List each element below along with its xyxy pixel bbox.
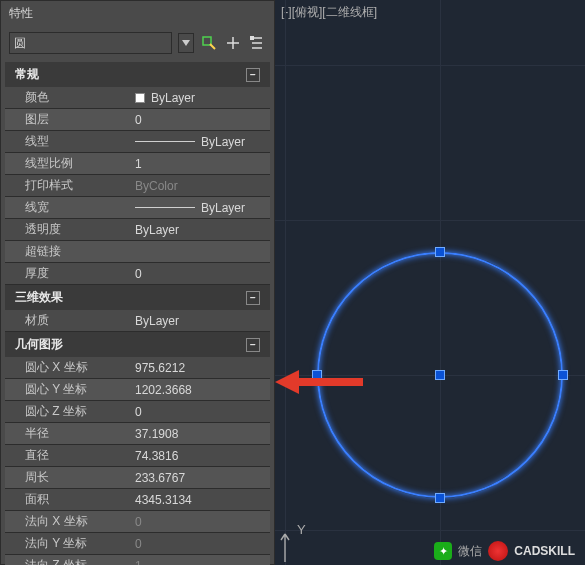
grip-left[interactable] — [312, 370, 322, 380]
svg-rect-1 — [250, 36, 254, 40]
wechat-icon: ✦ — [434, 542, 452, 560]
prop-label: 法向 Y 坐标 — [5, 535, 135, 552]
prop-label: 圆心 X 坐标 — [5, 359, 135, 376]
grip-top[interactable] — [435, 247, 445, 257]
radius-value[interactable]: 37.1908 — [135, 427, 270, 441]
prop-label: 圆心 Y 坐标 — [5, 381, 135, 398]
drawing-viewport[interactable]: [-][俯视][二维线框] Y ✦ 微信 CADSKILL — [275, 0, 585, 565]
material-value[interactable]: ByLayer — [135, 314, 270, 328]
area-value[interactable]: 4345.3134 — [135, 493, 270, 507]
chevron-down-icon — [182, 40, 190, 46]
grip-center[interactable] — [435, 370, 445, 380]
line-preview-icon — [135, 207, 195, 208]
center-y-value[interactable]: 1202.3668 — [135, 383, 270, 397]
layer-value[interactable]: 0 — [135, 113, 270, 127]
ltscale-value[interactable]: 1 — [135, 157, 270, 171]
grip-right[interactable] — [558, 370, 568, 380]
prop-label: 图层 — [5, 111, 135, 128]
grid-line — [275, 530, 585, 531]
prop-label: 圆心 Z 坐标 — [5, 403, 135, 420]
normal-x-value: 0 — [135, 515, 270, 529]
svg-rect-0 — [203, 37, 211, 45]
prop-label: 法向 Z 坐标 — [5, 557, 135, 565]
section-header-general[interactable]: 常规 − — [5, 62, 270, 87]
panel-toolbar: 圆 — [1, 26, 274, 62]
section-header-3d[interactable]: 三维效果 − — [5, 285, 270, 310]
panel-title: 特性 — [1, 1, 274, 26]
center-x-value[interactable]: 975.6212 — [135, 361, 270, 375]
prop-label: 面积 — [5, 491, 135, 508]
transparency-value[interactable]: ByLayer — [135, 223, 270, 237]
thickness-value[interactable]: 0 — [135, 267, 270, 281]
linetype-value[interactable]: ByLayer — [135, 135, 270, 149]
color-value[interactable]: ByLayer — [135, 91, 270, 105]
prop-label: 半径 — [5, 425, 135, 442]
prop-label: 厚度 — [5, 265, 135, 282]
section-header-geometry[interactable]: 几何图形 − — [5, 332, 270, 357]
brand-logo-icon — [488, 541, 508, 561]
watermark: ✦ 微信 CADSKILL — [434, 541, 575, 561]
section-general: 常规 − 颜色ByLayer 图层0 线型ByLayer 线型比例1 打印样式B… — [5, 62, 270, 285]
select-objects-icon[interactable] — [224, 34, 242, 52]
pickboard-icon[interactable] — [248, 34, 266, 52]
grid-line — [275, 220, 585, 221]
collapse-icon[interactable]: − — [246, 338, 260, 352]
circumference-value[interactable]: 233.6767 — [135, 471, 270, 485]
properties-panel: 特性 圆 常规 − 颜色ByLayer 图层0 线型ByLayer 线型比例1 … — [0, 0, 275, 565]
quick-select-icon[interactable] — [200, 34, 218, 52]
prop-label: 线型比例 — [5, 155, 135, 172]
grid-line — [285, 0, 286, 565]
section-3d-visual: 三维效果 − 材质ByLayer — [5, 285, 270, 332]
prop-label: 线宽 — [5, 199, 135, 216]
watermark-prefix: 微信 — [458, 543, 482, 560]
section-geometry: 几何图形 − 圆心 X 坐标975.6212 圆心 Y 坐标1202.3668 … — [5, 332, 270, 565]
normal-y-value: 0 — [135, 537, 270, 551]
prop-label: 打印样式 — [5, 177, 135, 194]
object-type-dropdown[interactable]: 圆 — [9, 32, 172, 54]
prop-label: 超链接 — [5, 243, 135, 260]
section-title: 常规 — [15, 66, 39, 83]
center-z-value[interactable]: 0 — [135, 405, 270, 419]
collapse-icon[interactable]: − — [246, 291, 260, 305]
prop-label: 法向 X 坐标 — [5, 513, 135, 530]
ucs-y-label: Y — [297, 522, 306, 537]
diameter-value[interactable]: 74.3816 — [135, 449, 270, 463]
dropdown-toggle-button[interactable] — [178, 33, 194, 53]
color-swatch-icon — [135, 93, 145, 103]
grid-line — [275, 65, 585, 66]
prop-label: 周长 — [5, 469, 135, 486]
plotstyle-value: ByColor — [135, 179, 270, 193]
prop-label: 透明度 — [5, 221, 135, 238]
prop-label: 线型 — [5, 133, 135, 150]
object-type-value: 圆 — [14, 35, 26, 52]
viewport-label[interactable]: [-][俯视][二维线框] — [281, 4, 377, 21]
section-title: 三维效果 — [15, 289, 63, 306]
grip-bottom[interactable] — [435, 493, 445, 503]
prop-label: 颜色 — [5, 89, 135, 106]
line-preview-icon — [135, 141, 195, 142]
collapse-icon[interactable]: − — [246, 68, 260, 82]
lineweight-value[interactable]: ByLayer — [135, 201, 270, 215]
prop-label: 直径 — [5, 447, 135, 464]
prop-label: 材质 — [5, 312, 135, 329]
watermark-brand: CADSKILL — [514, 544, 575, 558]
normal-z-value: 1 — [135, 559, 270, 566]
section-title: 几何图形 — [15, 336, 63, 353]
